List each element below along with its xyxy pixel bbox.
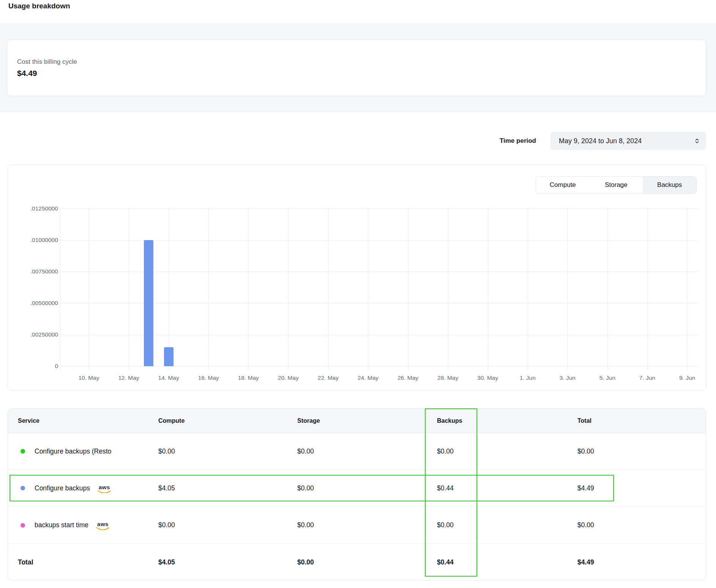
chart-v-gridline — [129, 207, 129, 370]
x-tick-label: 22. May — [307, 375, 349, 381]
billing-summary-band: Cost this billing cycle $4.49 — [0, 24, 716, 112]
time-period-select[interactable]: May 9, 2024 to Jun 8, 2024 — [550, 132, 706, 150]
service-name: Configure backups (Resto — [35, 447, 111, 455]
total-cell: $0.00 — [577, 521, 706, 529]
storage-cell: $0.00 — [297, 521, 437, 529]
tab-storage[interactable]: Storage — [590, 177, 643, 193]
cost-card-value: $4.49 — [17, 69, 706, 78]
column-header-storage: Storage — [297, 417, 437, 424]
total-cell: $4.49 — [577, 484, 706, 492]
x-tick-label: 26. May — [387, 375, 429, 381]
y-tick-label: .00500000 — [16, 300, 58, 307]
chart-h-gridline — [60, 209, 698, 209]
x-tick-label: 30. May — [467, 375, 509, 381]
table-total-row: Total$4.05$0.00$0.44$4.49 — [8, 544, 706, 580]
aws-icon-text: aws — [97, 521, 109, 527]
cost-card: Cost this billing cycle $4.49 — [7, 40, 706, 96]
column-header-compute: Compute — [158, 417, 297, 424]
chart-bar — [144, 240, 153, 366]
column-header-service: Service — [8, 417, 158, 424]
series-color-dot — [21, 486, 25, 490]
tab-backups[interactable]: Backups — [643, 177, 696, 193]
compute-cell: $4.05 — [158, 484, 297, 492]
chart-h-gridline — [60, 240, 698, 240]
chart-v-gridline — [528, 207, 528, 370]
x-tick-label: 1. Jun — [507, 375, 549, 381]
x-tick-label: 28. May — [427, 375, 469, 381]
table-row: Configure backupsaws$4.05$0.00$0.44$4.49 — [8, 470, 706, 507]
chart-v-gridline — [169, 207, 169, 370]
chart-v-gridline — [607, 207, 608, 370]
column-header-total: Total — [577, 417, 706, 424]
chart-v-gridline — [89, 207, 89, 370]
page-title: Usage breakdown — [8, 2, 70, 10]
service-name: backups start time — [35, 521, 88, 529]
chart-v-gridline — [448, 207, 448, 370]
chart-v-gridline — [328, 207, 328, 370]
table-header-row: ServiceComputeStorageBackupsTotal — [8, 409, 706, 433]
backups-cell: $0.00 — [437, 447, 577, 455]
x-tick-label: 16. May — [188, 375, 229, 381]
aws-icon: aws — [96, 521, 110, 530]
chart-bar — [164, 347, 173, 366]
total-row-backups: $0.44 — [437, 558, 577, 566]
aws-smile-icon — [98, 490, 111, 493]
chart-h-gridline — [60, 335, 698, 335]
y-tick-label: .00250000 — [16, 331, 58, 338]
chart-axis-line — [60, 207, 60, 370]
chart-v-gridline — [687, 207, 688, 370]
service-cell: backups start timeaws — [8, 520, 158, 530]
chart-v-gridline — [288, 207, 289, 370]
compute-cell: $0.00 — [158, 521, 297, 529]
total-cell: $0.00 — [577, 447, 706, 455]
backups-cell: $0.00 — [437, 521, 577, 529]
column-header-backups: Backups — [437, 417, 577, 424]
time-period-label: Time period — [437, 132, 536, 150]
x-tick-label: 10. May — [68, 375, 110, 381]
total-row-total: $4.49 — [577, 558, 706, 566]
x-tick-label: 18. May — [227, 375, 269, 381]
series-color-dot — [21, 523, 25, 528]
service-cell: Configure backupsaws — [8, 484, 158, 493]
usage-table-card: ServiceComputeStorageBackupsTotal Config… — [8, 408, 706, 580]
table-row: backups start timeaws$0.00$0.00$0.00$0.0… — [8, 507, 706, 544]
aws-icon-text: aws — [99, 484, 110, 490]
y-tick-label: .01250000 — [16, 205, 58, 212]
chart-h-gridline — [60, 366, 698, 367]
y-tick-label: 0 — [16, 363, 58, 370]
total-row-compute: $4.05 — [158, 558, 297, 566]
total-row-storage: $0.00 — [297, 558, 437, 566]
series-color-dot — [21, 449, 25, 454]
usage-chart-card: ComputeStorageBackups .01250000.01000000… — [8, 164, 706, 390]
chart-v-gridline — [568, 207, 568, 370]
chart-h-gridline — [60, 303, 698, 303]
y-tick-label: .00750000 — [16, 268, 58, 275]
total-row-label: Total — [8, 558, 158, 566]
chart-h-gridline — [60, 272, 698, 272]
x-tick-label: 7. Jun — [626, 375, 668, 381]
x-tick-label: 3. Jun — [547, 375, 588, 381]
backups-cell: $0.44 — [437, 484, 577, 492]
storage-cell: $0.00 — [297, 484, 437, 492]
table-row: Configure backups (Resto$0.00$0.00$0.00$… — [8, 433, 706, 470]
cost-card-label: Cost this billing cycle — [17, 58, 706, 66]
chart-v-gridline — [368, 207, 368, 370]
chart-v-gridline — [208, 207, 209, 370]
compute-cell: $0.00 — [158, 447, 297, 455]
aws-smile-icon — [96, 527, 110, 530]
tab-compute[interactable]: Compute — [536, 177, 590, 193]
chart-v-gridline — [647, 207, 648, 370]
x-tick-label: 5. Jun — [587, 375, 628, 381]
storage-cell: $0.00 — [297, 447, 437, 455]
service-cell: Configure backups (Resto — [8, 447, 158, 455]
x-tick-label: 12. May — [108, 375, 150, 381]
select-updown-icon — [694, 138, 700, 144]
x-tick-label: 20. May — [267, 375, 309, 381]
service-name: Configure backups — [35, 484, 90, 492]
chart-v-gridline — [408, 207, 408, 370]
x-tick-label: 24. May — [347, 375, 389, 381]
chart-metric-tabs: ComputeStorageBackups — [536, 176, 697, 194]
aws-icon: aws — [98, 484, 111, 493]
x-tick-label: 9. Jun — [666, 375, 708, 381]
chart-v-gridline — [488, 207, 488, 370]
